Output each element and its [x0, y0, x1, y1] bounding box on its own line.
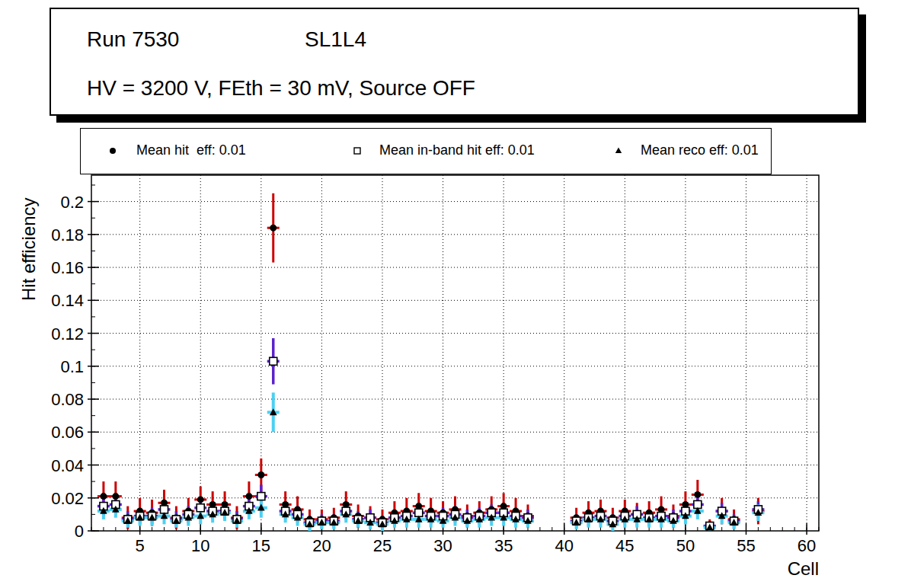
- x-tick-label: 55: [737, 536, 755, 555]
- data-point-hit: [270, 225, 276, 232]
- title-box: Run 7530 SL1L4 HV = 3200 V, FEth = 30 mV…: [50, 8, 859, 116]
- conditions-label: HV = 3200 V, FEth = 30 mV, Source OFF: [87, 76, 475, 101]
- y-tick-label: 0.2: [60, 193, 84, 212]
- y-tick-label: 0.08: [51, 390, 84, 409]
- data-point-inband: [197, 504, 204, 512]
- x-tick-label: 40: [555, 536, 574, 555]
- legend-label: Mean in-band hit eff: 0.01: [379, 142, 535, 158]
- y-tick-label: 0.12: [51, 324, 84, 344]
- open-square-icon: [351, 145, 363, 157]
- legend: Mean hit eff: 0.01 Mean in-band hit eff:…: [80, 128, 772, 174]
- y-tick-label: 0.06: [51, 423, 84, 442]
- x-tick-label: 45: [615, 536, 634, 555]
- filled-triangle-icon: [612, 145, 625, 157]
- data-point-hit: [197, 496, 204, 503]
- root-canvas: 5101520253035404550556000.020.040.060.08…: [0, 0, 911, 588]
- run-number-label: Run 7530: [87, 27, 179, 52]
- y-tick-label: 0.04: [51, 456, 84, 475]
- legend-label: Mean hit eff: 0.01: [136, 142, 246, 158]
- y-tick-label: 0.1: [60, 357, 84, 376]
- x-tick-label: 25: [373, 536, 392, 555]
- x-tick-label: 10: [191, 536, 209, 555]
- y-tick-label: 0.14: [51, 291, 84, 310]
- x-axis-title: Cell: [788, 558, 819, 579]
- data-point-hit: [245, 493, 252, 500]
- y-tick-label: 0.16: [51, 258, 84, 277]
- data-point-hit: [694, 491, 701, 498]
- data-point-hit: [112, 493, 119, 500]
- y-tick-label: 0.02: [51, 489, 84, 508]
- data-point-hit: [257, 471, 264, 478]
- chamber-label: SL1L4: [305, 27, 366, 52]
- x-tick-label: 20: [312, 536, 331, 555]
- data-point-inband: [270, 357, 277, 365]
- data-point-hit: [100, 493, 107, 500]
- x-tick-label: 50: [676, 536, 695, 555]
- data-point-inband: [257, 493, 265, 500]
- x-tick-label: 60: [798, 536, 816, 555]
- filled-circle-icon: [107, 145, 119, 157]
- legend-label: Mean reco eff: 0.01: [641, 142, 759, 158]
- x-tick-label: 30: [433, 536, 452, 555]
- y-tick-label: 0: [75, 522, 84, 541]
- x-tick-label: 35: [494, 536, 513, 555]
- y-axis-title: Hit efficiency: [18, 197, 39, 301]
- x-tick-label: 15: [252, 536, 270, 555]
- y-tick-label: 0.18: [51, 225, 84, 244]
- x-tick-label: 5: [136, 536, 145, 555]
